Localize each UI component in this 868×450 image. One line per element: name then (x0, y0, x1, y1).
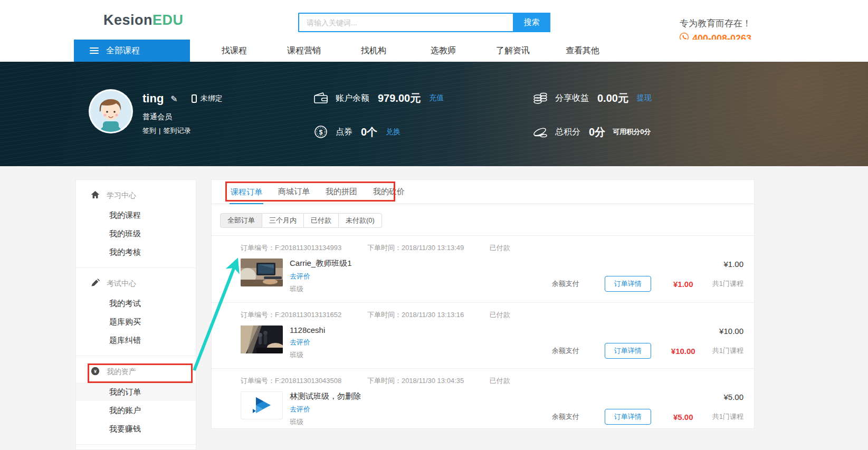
filter-unpaid[interactable]: 未付款(0) (338, 213, 382, 228)
sidebar-item-question-bank-correct[interactable]: 题库纠错 (76, 331, 196, 349)
order-price: ¥5.00 (485, 392, 743, 401)
order-time-label: 下单时间： (367, 311, 402, 319)
hamburger-icon (90, 47, 99, 54)
order-detail-button[interactable]: 订单详情 (605, 276, 651, 292)
review-link[interactable]: 去评价 (290, 405, 485, 414)
sidebar-section-title: 学习中心 (107, 191, 136, 200)
filter-three-months[interactable]: 三个月内 (262, 213, 304, 228)
signin-separator: | (159, 127, 160, 135)
order-row: 订单编号：F:2018113013131652 下单时间：2018/11/30 … (212, 303, 754, 369)
home-icon (91, 190, 100, 200)
order-no-label: 订单编号： (241, 244, 275, 252)
coupon-row: $ 点券 0个 兑换 (312, 123, 444, 141)
order-filters: 全部订单 三个月内 已付款 未付款(0) (220, 213, 382, 228)
sidebar-section-assets: ¥ 我的资产 我的订单 我的账户 我要赚钱 (76, 356, 196, 445)
review-link[interactable]: 去评价 (290, 272, 485, 281)
top-header: KesionEDU 搜索 专为教育而存在！ 400-008-0263 (0, 0, 868, 40)
recharge-link[interactable]: 充值 (429, 93, 444, 103)
order-info: 林测试班级，勿删除 去评价 班级 (290, 391, 485, 427)
course-type: 班级 (290, 350, 485, 360)
bind-status: 未绑定 (201, 94, 223, 103)
sidebar-section-header: ¥ 我的资产 (76, 362, 196, 382)
sidebar-item-my-courses[interactable]: 我的课程 (76, 206, 196, 224)
pay-method: 余额支付 (552, 279, 579, 289)
exchange-link[interactable]: 兑换 (386, 127, 400, 137)
signin-record-link[interactable]: 签到记录 (163, 127, 190, 135)
nav-item-find-org[interactable]: 找机构 (339, 40, 408, 62)
order-no-label: 订单编号： (241, 311, 275, 319)
sidebar-item-my-classes[interactable]: 我的班级 (76, 224, 196, 243)
sidebar-item-my-orders[interactable]: 我的订单 (76, 382, 196, 401)
nav-item-choose-teacher[interactable]: 选教师 (408, 40, 478, 62)
logo-kesion: Kesion (103, 12, 152, 28)
nav-item-news[interactable]: 了解资讯 (478, 40, 548, 62)
sidebar-item-my-account[interactable]: 我的账户 (76, 401, 196, 419)
course-count: 共1门课程 (712, 412, 743, 422)
course-thumbnail[interactable] (241, 325, 283, 353)
withdraw-link[interactable]: 提现 (637, 93, 652, 103)
tab-my-group-buys[interactable]: 我的拼团 (325, 187, 358, 204)
nav-item-find-course[interactable]: 找课程 (199, 40, 269, 62)
order-status: 已付款 (490, 377, 510, 385)
sidebar-section-title: 我的资产 (107, 367, 136, 377)
search-input[interactable] (298, 13, 513, 32)
course-type: 班级 (290, 417, 485, 427)
review-link[interactable]: 去评价 (290, 338, 485, 347)
all-courses-button[interactable]: 全部课程 (74, 40, 190, 62)
course-count: 共1门课程 (712, 279, 743, 289)
order-meta: 订单编号：F:2018113013043508 下单时间：2018/11/30 … (241, 376, 743, 386)
points-row: 总积分 0分 可用积分0分 (532, 123, 652, 141)
user-banner: ting ✎ 未绑定 普通会员 签到|签到记录 账户余额 979.00元 充值 (0, 62, 868, 166)
order-status: 已付款 (490, 311, 510, 319)
page: { "header": { "logo_part1": "Kesion", "l… (0, 0, 868, 450)
course-title[interactable]: 林测试班级，勿删除 (290, 391, 485, 401)
edit-name-icon[interactable]: ✎ (170, 94, 177, 104)
filter-paid[interactable]: 已付款 (303, 213, 339, 228)
order-time-label: 下单时间： (367, 244, 402, 252)
search-button[interactable]: 搜索 (513, 13, 550, 32)
orders-panel: 课程订单 商城订单 我的拼团 我的砍价 全部订单 三个月内 已付款 未付款(0)… (211, 179, 755, 429)
course-count: 共1门课程 (712, 346, 743, 356)
sidebar-section-learning: 学习中心 我的课程 我的班级 我的考核 (76, 180, 196, 268)
svg-text:$: $ (319, 129, 323, 136)
sidebar-item-my-exams[interactable]: 我的考试 (76, 294, 196, 312)
pay-method: 余额支付 (552, 346, 579, 356)
stats-column-left: 账户余额 979.00元 充值 $ 点券 0个 兑换 (312, 62, 444, 141)
logo[interactable]: KesionEDU (103, 12, 184, 28)
paid-amount: ¥1.00 (664, 280, 703, 289)
order-meta: 订单编号：F:2018113013134993 下单时间：2018/11/30 … (241, 243, 743, 253)
order-time: 2018/11/30 13:13:16 (402, 311, 464, 319)
order-tabs: 课程订单 商城订单 我的拼团 我的砍价 (212, 180, 754, 204)
nav-item-course-marketing[interactable]: 课程营销 (269, 40, 339, 62)
order-price: ¥10.00 (485, 327, 743, 336)
nav-item-others[interactable]: 查看其他 (548, 40, 617, 62)
tab-mall-orders[interactable]: 商城订单 (277, 187, 311, 204)
order-detail-button[interactable]: 订单详情 (605, 343, 651, 359)
course-thumbnail[interactable] (241, 391, 283, 419)
sidebar-section-title: 考试中心 (107, 279, 136, 289)
tab-my-bargains[interactable]: 我的砍价 (372, 187, 406, 204)
sidebar-item-my-assessment[interactable]: 我的考核 (76, 243, 196, 261)
filter-all-orders[interactable]: 全部订单 (220, 213, 262, 228)
avatar[interactable] (89, 89, 133, 133)
tab-course-orders[interactable]: 课程订单 (230, 187, 263, 204)
order-right: ¥5.00 余额支付 订单详情 ¥5.00 共1门课程 (485, 391, 743, 427)
all-courses-label: 全部课程 (106, 45, 140, 56)
coins-icon (532, 91, 549, 105)
signin-links: 签到|签到记录 (142, 126, 190, 136)
signin-link[interactable]: 签到 (142, 127, 156, 135)
order-no: F:2018113013131652 (275, 311, 341, 319)
balance-label: 账户余额 (336, 93, 369, 104)
slogan-text: 专为教育而存在！ (679, 17, 751, 30)
user-name: ting (142, 92, 164, 106)
sidebar-item-earn-money[interactable]: 我要赚钱 (76, 419, 196, 438)
coupon-icon: $ (312, 125, 329, 139)
order-detail-button[interactable]: 订单详情 (605, 409, 651, 425)
pencil-icon (91, 279, 100, 289)
course-title[interactable]: Carrie_教师班级1 (290, 258, 485, 269)
course-title[interactable]: 1128ceshi (290, 325, 485, 334)
sidebar-item-question-bank-buy[interactable]: 题库购买 (76, 312, 196, 331)
course-thumbnail[interactable] (241, 258, 283, 286)
order-right: ¥10.00 余额支付 订单详情 ¥10.00 共1门课程 (485, 325, 743, 360)
balance-row: 账户余额 979.00元 充值 (312, 89, 444, 107)
